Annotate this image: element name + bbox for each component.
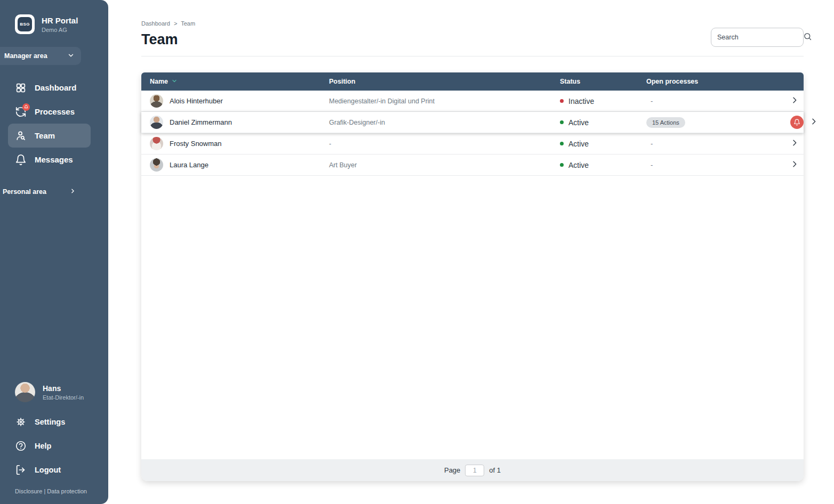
column-header-name[interactable]: Name <box>141 78 329 86</box>
status-label: Inactive <box>568 97 594 105</box>
status-dot <box>560 163 564 167</box>
status-dot <box>560 120 564 124</box>
company-name: Demo AG <box>42 27 78 33</box>
breadcrumb: Dashboard > Team <box>108 0 834 27</box>
status-label: Active <box>568 118 589 127</box>
alert-bell-badge[interactable] <box>790 116 804 129</box>
refresh-icon <box>15 106 27 118</box>
legal-links[interactable]: Disclosure | Data protection <box>0 482 108 504</box>
page-of-label: of 1 <box>489 466 501 474</box>
help-circle-icon <box>15 440 27 452</box>
team-table: Name Position Status Open processes Aloi… <box>141 72 804 481</box>
breadcrumb-team[interactable]: Team <box>181 20 195 27</box>
open-processes-value: - <box>646 140 790 148</box>
actions-count-badge: 15 Actions <box>646 117 685 128</box>
user-role: Etat-Direktor/-in <box>43 394 84 401</box>
avatar <box>150 158 163 172</box>
open-processes-value: - <box>646 97 790 105</box>
sidebar-item-label: Team <box>35 131 55 140</box>
employee-name: Laura Lange <box>170 161 208 169</box>
manager-area-toggle[interactable]: Manager area <box>0 47 81 65</box>
table-header-row: Name Position Status Open processes <box>141 72 804 91</box>
table-row[interactable]: Alois Hinterhuber Mediengestalter/-in Di… <box>141 91 804 112</box>
status-dot <box>560 142 564 145</box>
company-logo: BSG <box>15 14 35 34</box>
page-number-input[interactable] <box>465 465 484 476</box>
pagination-bar: Page of 1 <box>141 459 804 481</box>
employee-name: Daniel Zimmermann <box>170 118 232 126</box>
sidebar-item-label: Help <box>35 442 51 450</box>
sidebar-item-label: Dashboard <box>35 83 76 92</box>
sidebar-item-label: Settings <box>35 418 65 426</box>
user-name: Hans <box>43 384 84 393</box>
sidebar-item-settings[interactable]: Settings <box>0 410 108 434</box>
processes-notification-badge <box>22 103 30 111</box>
chevron-right-icon[interactable] <box>790 160 799 170</box>
sidebar-item-dashboard[interactable]: Dashboard <box>8 76 91 100</box>
column-header-status[interactable]: Status <box>560 78 646 85</box>
sidebar-item-label: Logout <box>35 466 61 474</box>
breadcrumb-separator: > <box>174 20 177 27</box>
dashboard-grid-icon <box>15 82 27 94</box>
app-title: HR Portal <box>42 16 78 25</box>
sidebar-item-processes[interactable]: Processes <box>8 100 91 124</box>
employee-position: Mediengestalter/-in Digital und Print <box>329 97 560 105</box>
table-row[interactable]: Frosty Snowman - Active - <box>141 133 804 155</box>
sidebar-nav: Dashboard Processes Team Messages <box>0 76 108 172</box>
bell-icon <box>15 154 27 166</box>
current-user[interactable]: Hans Etat-Direktor/-in <box>15 382 108 402</box>
team-search-icon <box>15 130 27 142</box>
sidebar-item-label: Messages <box>35 155 73 164</box>
table-row[interactable]: Laura Lange Art Buyer Active - <box>141 155 804 176</box>
chevron-right-icon[interactable] <box>790 96 799 106</box>
status-dot <box>560 99 564 103</box>
sort-chevron-down-icon <box>171 78 178 86</box>
chevron-down-icon <box>67 52 75 61</box>
chevron-right-icon <box>69 188 76 196</box>
page-label: Page <box>444 466 460 474</box>
sidebar-item-messages[interactable]: Messages <box>8 148 91 172</box>
logout-icon <box>15 464 27 476</box>
search-input[interactable] <box>717 34 803 41</box>
sidebar-item-team[interactable]: Team <box>8 124 91 148</box>
column-header-position[interactable]: Position <box>329 78 560 85</box>
open-processes-value: - <box>646 161 790 169</box>
personal-area-toggle[interactable]: Personal area <box>0 182 108 201</box>
employee-name: Frosty Snowman <box>170 140 222 148</box>
table-row[interactable]: Daniel Zimmermann Grafik-Designer/-in Ac… <box>141 112 804 133</box>
avatar <box>150 116 163 129</box>
gear-icon <box>15 416 27 428</box>
column-header-open-processes[interactable]: Open processes <box>646 78 790 85</box>
sidebar-item-logout[interactable]: Logout <box>0 458 108 482</box>
user-avatar <box>15 382 35 402</box>
chevron-right-icon[interactable] <box>790 139 799 149</box>
search-box[interactable] <box>711 28 804 47</box>
employee-position: Art Buyer <box>329 161 560 169</box>
sidebar: BSG HR Portal Demo AG Manager area Dashb… <box>0 0 108 504</box>
company-logo-mark: BSG <box>18 17 32 31</box>
main-content: Dashboard > Team Team Name Position Stat… <box>108 0 834 504</box>
header-divider <box>141 56 804 56</box>
employee-name: Alois Hinterhuber <box>170 97 223 105</box>
manager-area-label: Manager area <box>4 52 47 60</box>
avatar <box>150 94 163 108</box>
avatar <box>150 137 163 150</box>
chevron-right-icon[interactable] <box>809 117 818 127</box>
personal-area-label: Personal area <box>3 188 46 196</box>
status-label: Active <box>568 161 589 169</box>
table-empty-area <box>141 176 804 459</box>
app-logo-row: BSG HR Portal Demo AG <box>15 14 108 34</box>
employee-position: - <box>329 140 560 148</box>
breadcrumb-dashboard[interactable]: Dashboard <box>141 20 170 27</box>
sidebar-item-help[interactable]: Help <box>0 434 108 458</box>
employee-position: Grafik-Designer/-in <box>329 119 560 126</box>
sidebar-item-label: Processes <box>35 107 75 116</box>
search-icon[interactable] <box>803 32 812 43</box>
status-label: Active <box>568 140 589 148</box>
